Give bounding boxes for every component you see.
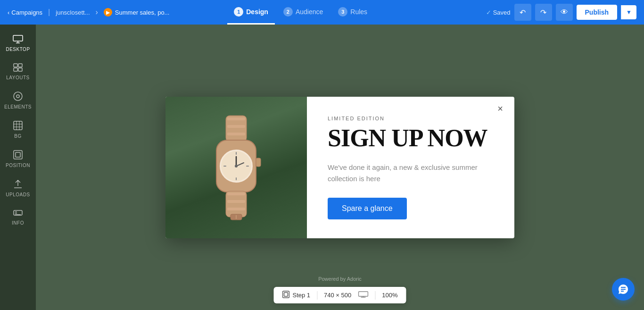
sidebar-item-bg[interactable]: BG — [0, 116, 36, 143]
bottom-sep-2 — [375, 291, 375, 300]
svg-rect-9 — [14, 121, 22, 130]
step-3-num: 3 — [338, 7, 347, 17]
campaign-status-dot: ▶ — [104, 8, 112, 17]
main-layout: Desktop Layouts Elements — [0, 25, 644, 310]
step-rules-label: Rules — [350, 8, 367, 16]
nav-right-actions: ✓ Saved ↶ ↷ 👁 Publish ▼ — [486, 4, 636, 21]
campaigns-label: Campaigns — [11, 9, 42, 16]
step-label: Step 1 — [292, 292, 310, 299]
svg-rect-25 — [227, 129, 245, 132]
powered-by-label: Powered by Adoric — [318, 276, 362, 282]
svg-point-8 — [17, 95, 19, 98]
breadcrumb-current: ▶ Summer sales, po... — [104, 8, 170, 17]
position-icon — [13, 150, 23, 161]
svg-rect-49 — [358, 292, 368, 296]
svg-rect-47 — [282, 291, 289, 298]
sidebar-item-desktop[interactable]: Desktop — [0, 30, 36, 57]
publish-dropdown-button[interactable]: ▼ — [621, 5, 636, 19]
popup-content-section: × LIMITED EDITION SIGN UP NOW We've done… — [307, 97, 514, 238]
layouts-icon — [13, 63, 23, 73]
svg-rect-33 — [223, 166, 226, 167]
saved-status: ✓ Saved — [486, 9, 511, 16]
nav-separator-1: | — [48, 8, 50, 17]
svg-rect-14 — [14, 151, 22, 159]
canvas-size: 740 × 500 — [324, 292, 351, 299]
left-sidebar: Desktop Layouts Elements — [0, 25, 36, 310]
zoom-level: 100% — [382, 292, 397, 299]
sidebar-item-uploads[interactable]: Uploads — [0, 175, 36, 202]
svg-rect-4 — [18, 64, 22, 67]
svg-rect-39 — [227, 193, 245, 195]
popup-body-text: We've done it again, a new & exclusive s… — [328, 162, 495, 184]
sidebar-uploads-label: Uploads — [6, 192, 30, 197]
popup-title: SIGN UP NOW — [328, 126, 495, 151]
sidebar-info-label: Info — [12, 220, 24, 226]
watch-illustration — [198, 111, 274, 224]
preview-button[interactable]: 👁 — [556, 4, 573, 21]
sidebar-item-elements[interactable]: Elements — [0, 87, 36, 114]
svg-point-7 — [14, 92, 22, 101]
popup-preview: × LIMITED EDITION SIGN UP NOW We've done… — [165, 97, 514, 238]
info-icon — [13, 209, 23, 218]
close-button[interactable]: × — [494, 102, 507, 116]
sidebar-item-info[interactable]: Info — [0, 204, 36, 230]
breadcrumb-org[interactable]: junsclosett... — [56, 9, 90, 16]
sidebar-item-position[interactable]: Position — [0, 145, 36, 173]
saved-label: Saved — [493, 9, 511, 16]
bottom-bar: Step 1 740 × 500 100% — [273, 287, 406, 303]
sidebar-item-layouts[interactable]: Layouts — [0, 59, 36, 85]
breadcrumb-arrow-icon: › — [96, 8, 98, 17]
step-audience[interactable]: 2 Audience — [277, 0, 330, 25]
svg-rect-5 — [14, 68, 17, 71]
step-rules[interactable]: 3 Rules — [331, 0, 374, 25]
step-icon — [282, 291, 289, 300]
publish-button[interactable]: Publish — [577, 5, 618, 20]
svg-rect-48 — [284, 293, 288, 296]
canvas-area: × LIMITED EDITION SIGN UP NOW We've done… — [36, 25, 644, 310]
svg-rect-34 — [246, 166, 249, 167]
redo-button[interactable]: ↷ — [535, 4, 552, 21]
back-chevron-icon: ‹ — [8, 9, 9, 16]
svg-rect-0 — [13, 35, 23, 41]
step-1-num: 1 — [234, 7, 243, 17]
sidebar-bg-label: BG — [14, 134, 21, 139]
step-2-num: 2 — [283, 7, 293, 17]
popup-cta-button[interactable]: Spare a glance — [328, 198, 407, 219]
check-icon: ✓ — [486, 9, 491, 16]
sidebar-desktop-label: Desktop — [6, 47, 30, 52]
svg-rect-3 — [14, 64, 17, 67]
popup-subtitle: LIMITED EDITION — [328, 116, 495, 121]
svg-rect-40 — [227, 196, 245, 199]
svg-rect-43 — [227, 208, 245, 210]
svg-rect-23 — [227, 121, 245, 124]
step-nav: 1 Design 2 Audience 3 Rules — [227, 0, 374, 25]
bottom-sep-1 — [317, 291, 317, 300]
undo-button[interactable]: ↶ — [514, 4, 531, 21]
elements-icon — [13, 92, 23, 102]
campaigns-back-button[interactable]: ‹ Campaigns — [8, 9, 42, 16]
sidebar-position-label: Position — [6, 163, 30, 168]
svg-rect-22 — [227, 117, 245, 120]
svg-rect-15 — [16, 152, 20, 157]
svg-rect-24 — [227, 125, 245, 128]
step-design[interactable]: 1 Design — [227, 0, 275, 25]
svg-rect-44 — [227, 211, 245, 214]
svg-rect-28 — [256, 158, 261, 167]
svg-point-37 — [235, 165, 238, 168]
uploads-icon — [13, 179, 23, 190]
svg-rect-6 — [18, 68, 22, 71]
desktop-icon — [13, 35, 23, 45]
svg-rect-31 — [236, 152, 237, 155]
step-design-label: Design — [246, 8, 268, 16]
top-nav: ‹ Campaigns | junsclosett... › ▶ Summer … — [0, 0, 644, 25]
sidebar-elements-label: Elements — [4, 104, 32, 109]
bg-icon — [13, 121, 23, 132]
svg-rect-26 — [227, 133, 245, 135]
svg-rect-41 — [227, 200, 245, 203]
chat-button[interactable] — [612, 278, 635, 301]
campaign-title: Summer sales, po... — [115, 9, 170, 16]
svg-rect-42 — [227, 204, 245, 207]
device-icon — [358, 291, 368, 299]
svg-rect-32 — [236, 177, 237, 180]
step-audience-label: Audience — [296, 8, 323, 16]
